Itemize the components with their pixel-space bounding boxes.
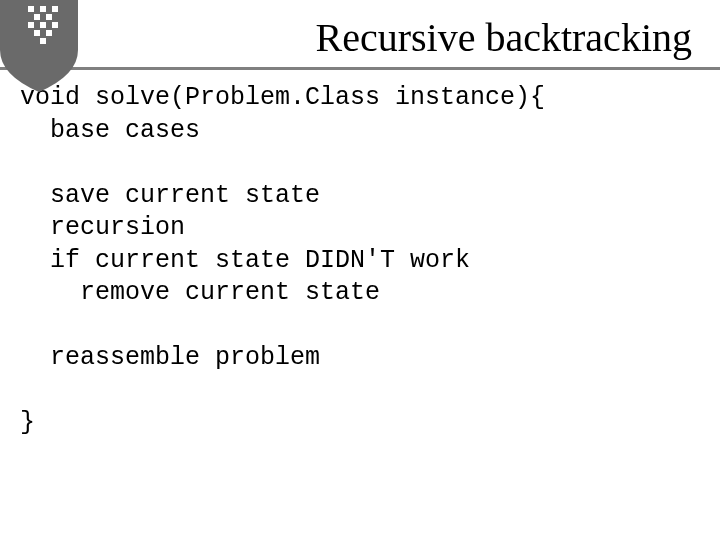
svg-rect-2 bbox=[52, 6, 58, 12]
code-line: remove current state bbox=[20, 278, 380, 307]
code-line: save current state bbox=[20, 181, 320, 210]
code-function-name: solve bbox=[95, 83, 170, 112]
code-line: if current state DIDN'T work bbox=[20, 246, 470, 275]
svg-rect-0 bbox=[28, 6, 34, 12]
svg-rect-3 bbox=[34, 14, 40, 20]
code-line: base cases bbox=[20, 116, 200, 145]
svg-rect-10 bbox=[40, 38, 46, 44]
code-line: recursion bbox=[20, 213, 185, 242]
slide-title: Recursive backtracking bbox=[0, 0, 720, 67]
svg-rect-1 bbox=[40, 6, 46, 12]
svg-rect-6 bbox=[40, 22, 46, 28]
code-line: } bbox=[20, 408, 35, 437]
shield-logo-icon bbox=[0, 0, 78, 92]
code-block: void solve(Problem.Class instance){ base… bbox=[0, 70, 720, 440]
code-signature: (Problem.Class instance){ bbox=[170, 83, 545, 112]
svg-rect-9 bbox=[46, 30, 52, 36]
code-line: reassemble problem bbox=[20, 343, 320, 372]
svg-rect-5 bbox=[28, 22, 34, 28]
svg-rect-7 bbox=[52, 22, 58, 28]
svg-rect-8 bbox=[34, 30, 40, 36]
svg-rect-4 bbox=[46, 14, 52, 20]
